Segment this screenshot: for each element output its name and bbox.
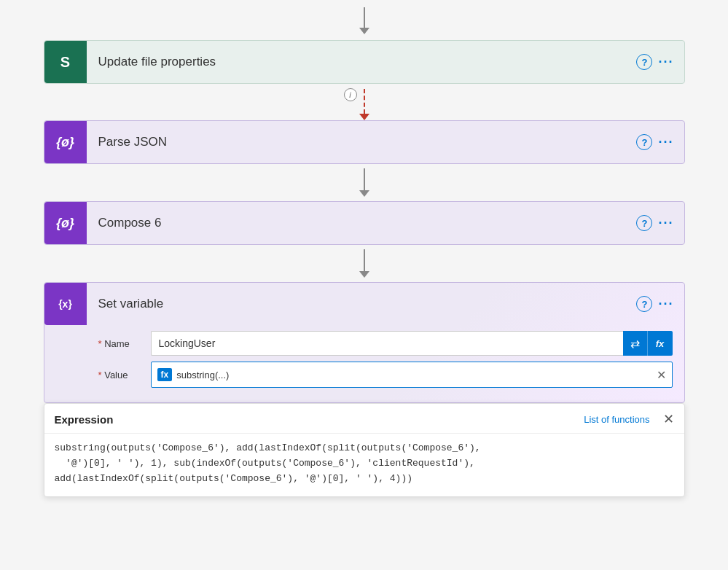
value-input[interactable]: fx substring(...) ✕: [151, 362, 673, 388]
step-label-parse: Parse JSON: [87, 135, 637, 149]
name-label: * Name: [98, 338, 142, 349]
step-set-variable: {x} Set variable ? ··· * Name LockingUse…: [44, 282, 685, 403]
help-button-parse[interactable]: ?: [636, 134, 652, 150]
step-label-setvariable: Set variable: [87, 297, 637, 311]
expression-header: Expression List of functions ✕: [44, 404, 684, 434]
name-dynamic-btn[interactable]: ⇄: [623, 331, 648, 356]
step-icon-setvariable: {x}: [44, 283, 87, 325]
dashed-arrow: i: [359, 84, 369, 120]
more-button-compose[interactable]: ···: [658, 216, 673, 231]
name-expression-btn[interactable]: fx: [648, 331, 673, 356]
value-field-row: * Value fx substring(...) ✕: [98, 362, 673, 388]
expression-close-btn[interactable]: ✕: [663, 411, 674, 427]
step-actions-update: ? ···: [636, 54, 684, 70]
name-field-row: * Name LockingUser ⇄ fx: [98, 331, 673, 356]
expression-text: substring(outputs('Compose_6'), add(last…: [55, 442, 481, 484]
step-fields-setvariable: * Name LockingUser ⇄ fx * Value fx sub: [44, 325, 684, 402]
step-header-setvariable: {x} Set variable ? ···: [44, 283, 684, 325]
top-arrow: [359, 7, 369, 34]
fx-expression-text: substring(...): [176, 370, 229, 380]
step-compose-6: {ø} Compose 6 ? ···: [44, 201, 685, 245]
expression-body[interactable]: substring(outputs('Compose_6'), add(last…: [44, 434, 684, 496]
arrow-3: [359, 249, 369, 278]
value-label: * Value: [98, 370, 142, 380]
sharepoint-icon: S: [60, 54, 70, 71]
more-button-update[interactable]: ···: [658, 55, 673, 70]
setvar-icon: {x}: [58, 298, 72, 310]
step-actions-setvariable: ? ···: [636, 296, 684, 312]
name-btn-group: ⇄ fx: [623, 331, 673, 356]
more-button-parse[interactable]: ···: [658, 135, 673, 150]
more-button-setvariable[interactable]: ···: [658, 297, 673, 312]
help-button-update[interactable]: ?: [636, 54, 652, 70]
step-actions-parse: ? ···: [636, 134, 684, 150]
info-icon: i: [344, 88, 357, 101]
list-of-functions-link[interactable]: List of functions: [584, 414, 649, 425]
step-actions-compose: ? ···: [636, 215, 684, 231]
expression-panel: Expression List of functions ✕ substring…: [44, 403, 685, 497]
help-button-compose[interactable]: ?: [636, 215, 652, 231]
expression-title: Expression: [55, 413, 114, 426]
help-button-setvariable[interactable]: ?: [636, 296, 652, 312]
parse-icon: {ø}: [56, 135, 74, 150]
step-label-compose: Compose 6: [87, 216, 637, 230]
step-parse-json: {ø} Parse JSON ? ···: [44, 120, 685, 164]
step-label-update: Update file properties: [87, 55, 637, 69]
step-icon-parse: {ø}: [44, 121, 87, 163]
step-icon-update: S: [44, 41, 87, 83]
compose-icon: {ø}: [56, 216, 74, 231]
step-update-file-properties: S Update file properties ? ···: [44, 40, 685, 84]
value-close-btn[interactable]: ✕: [657, 368, 666, 382]
name-input[interactable]: LockingUser: [151, 331, 623, 356]
step-icon-compose: {ø}: [44, 202, 87, 244]
arrow-2: [359, 168, 369, 197]
fx-badge: fx: [157, 368, 173, 381]
